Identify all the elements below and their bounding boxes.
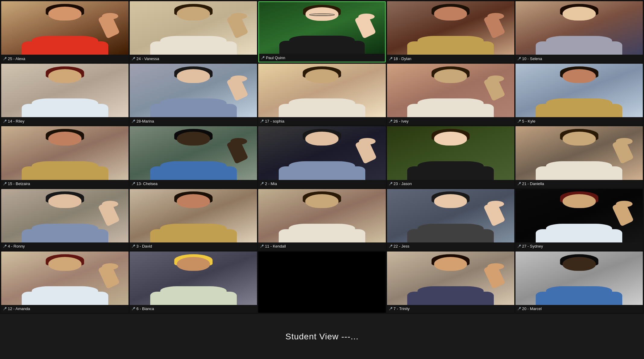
video-cell-Kyle[interactable]: 🎤5 - Kyle [516,64,643,125]
mic-icon: 🎤 [132,57,135,60]
participant-name: 2 - Mia [265,181,277,186]
participant-name: 5 - Kyle [522,119,535,123]
video-cell-Jess[interactable]: 🎤22 - Jess [387,189,514,250]
participant-name: 28-Marina [136,119,154,123]
video-cell-Amanda[interactable]: 🎤12 - Amanda [1,252,128,313]
mic-icon: 🎤 [517,307,521,310]
video-cell-Sydney[interactable]: 🎤27 - Sydney [516,189,643,250]
video-cell-Dylan[interactable]: 🎤18 - Dylan [387,1,514,63]
participant-name: 11 - Kendall [265,244,286,248]
video-cell-Marina[interactable]: 🎤28-Marina [130,64,257,125]
student-view-label: Student View ---... [285,332,359,341]
participant-name: 22 - Jess [394,244,410,248]
video-cell-Mia[interactable]: 🎤2 - Mia [258,126,385,188]
participant-name: 13- Chelsea [136,181,157,186]
video-cell-Daniella[interactable]: 🎤21 - Daniella [516,126,643,188]
video-cell-Riley[interactable]: 🎤14 - Riley [1,64,128,125]
participant-name: 10 - Selena [522,56,542,61]
participant-name: 17 - sophia [265,119,284,123]
participant-name: 25 - Alexa [8,56,25,61]
video-cell-David[interactable]: 🎤3 - David [130,189,257,250]
mic-icon: 🎤 [389,57,392,60]
video-cell-Marcel[interactable]: 🎤20 - Marcel [516,252,643,313]
participant-name: 27 - Sydney [522,244,543,248]
participant-name: 14 - Riley [8,119,24,123]
video-cell-Paul Quinn[interactable]: 🎤Paul Quinn [258,1,385,63]
mic-icon: 🎤 [3,120,7,123]
video-cell-Bianca[interactable]: 🎤6 - Bianca [130,252,257,313]
mic-icon: 🎤 [261,56,265,59]
mic-icon: 🎤 [3,57,7,60]
participant-name: 26 - Ivey [394,119,409,123]
video-grid: 🎤25 - Alexa🎤24 - Vanessa🎤Paul Quinn🎤18 -… [0,0,644,314]
video-cell-empty[interactable] [258,252,385,313]
mic-icon: 🎤 [389,182,392,185]
video-cell-Trinity[interactable]: 🎤7 - Trinity [387,252,514,313]
mic-icon: 🎤 [517,120,521,123]
video-cell-Ronny[interactable]: 🎤4 - Ronny [1,189,128,250]
mic-icon: 🎤 [517,182,521,185]
video-cell-Vanessa[interactable]: 🎤24 - Vanessa [130,1,257,63]
participant-name: 20 - Marcel [522,306,542,311]
mic-icon: 🎤 [260,182,264,185]
video-cell-Alexa[interactable]: 🎤25 - Alexa [1,1,128,63]
mic-icon: 🎤 [132,307,135,310]
participant-name: 12 - Amanda [8,306,30,311]
video-cell-Ivey[interactable]: 🎤26 - Ivey [387,64,514,125]
mic-icon: 🎤 [517,245,521,248]
mic-icon: 🎤 [389,307,392,310]
mic-icon: 🎤 [260,120,264,123]
participant-name: 23 - Jason [394,181,412,186]
mic-icon: 🎤 [3,182,7,185]
participant-name: 3 - David [136,244,152,248]
participant-name: 4 - Ronny [8,244,25,248]
video-cell-Chelsea[interactable]: 🎤13- Chelsea [130,126,257,188]
mic-icon: 🎤 [260,245,264,248]
participant-name: 7 - Trinity [394,306,410,311]
mic-icon: 🎤 [389,245,392,248]
video-cell-Kendall[interactable]: 🎤11 - Kendall [258,189,385,250]
participant-name: 21 - Daniella [522,181,544,186]
video-cell-Betzaira[interactable]: 🎤15 - Betzaira [1,126,128,188]
participant-name: 15 - Betzaira [8,181,30,186]
participant-name: 18 - Dylan [394,56,411,61]
mic-icon: 🎤 [517,57,521,60]
video-cell-Selena[interactable]: 🎤10 - Selena [516,1,643,63]
participant-name: Paul Quinn [266,56,285,60]
mic-icon: 🎤 [3,245,7,248]
mic-icon: 🎤 [132,120,135,123]
status-bar: Student View ---... [0,314,644,359]
mic-icon: 🎤 [132,182,135,185]
participant-name: 24 - Vanessa [136,56,159,61]
participant-name: 6 - Bianca [136,306,154,311]
video-cell-sophia[interactable]: 🎤17 - sophia [258,64,385,125]
mic-icon: 🎤 [132,245,135,248]
video-cell-Jason[interactable]: 🎤23 - Jason [387,126,514,188]
mic-icon: 🎤 [3,307,7,310]
mic-icon: 🎤 [389,120,392,123]
